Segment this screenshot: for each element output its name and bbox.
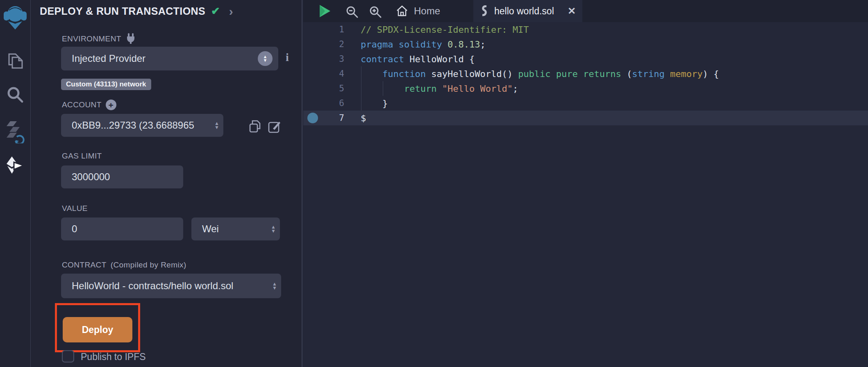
code-lines[interactable]: 1// SPDX-License-Identifier: MIT2pragma …	[303, 22, 868, 125]
tab-home-label: Home	[414, 5, 440, 17]
code-editor[interactable]: Home hello world.sol ✕ 1// SPDX-License-…	[303, 0, 868, 367]
solidity-file-icon	[480, 5, 489, 17]
collapse-chevron-icon[interactable]: ›	[229, 7, 233, 16]
value-label: VALUE	[62, 204, 88, 213]
environment-select[interactable]: Injected Provider ▲▼	[61, 47, 278, 70]
line-number: 7	[322, 113, 344, 123]
account-label-row: ACCOUNT +	[62, 100, 116, 110]
code-token: public	[518, 69, 550, 79]
code-line-6[interactable]: 6 }	[303, 96, 868, 111]
home-icon	[396, 5, 408, 17]
code-token	[578, 69, 583, 79]
contract-sublabel: (Compiled by Remix)	[111, 261, 186, 270]
environment-value: Injected Provider	[72, 53, 145, 64]
edit-account-icon[interactable]	[268, 120, 282, 134]
environment-info-icon[interactable]: i	[286, 51, 289, 64]
icon-rail	[0, 0, 31, 367]
panel-title-row: DEPLOY & RUN TRANSACTIONS ✔ ›	[40, 5, 233, 18]
code-text: contract HelloWorld {	[344, 54, 475, 64]
code-token: ;	[513, 84, 518, 94]
close-tab-icon[interactable]: ✕	[568, 5, 576, 17]
value-input[interactable]: 0	[61, 217, 183, 240]
code-token	[442, 39, 448, 50]
value-unit: Wei	[202, 223, 219, 235]
code-line-4[interactable]: 4 function sayHelloWorld() public pure r…	[303, 66, 868, 81]
indent-guide	[383, 81, 383, 96]
code-token: $	[361, 113, 366, 123]
contract-select-arrows-icon[interactable]: ▲▼	[272, 282, 277, 290]
code-token	[361, 69, 382, 79]
account-select-arrows-icon[interactable]: ▲▼	[214, 121, 219, 129]
publish-ipfs-checkbox[interactable]	[62, 350, 74, 362]
code-token: return	[404, 84, 436, 94]
code-token	[665, 69, 670, 79]
gas-limit-value: 3000000	[72, 171, 110, 183]
tab-hello-world-sol[interactable]: hello world.sol ✕	[473, 0, 582, 22]
indent-guide	[361, 66, 361, 111]
unit-select-arrows-icon[interactable]: ▲▼	[271, 225, 276, 233]
code-text: // SPDX-License-Identifier: MIT	[344, 25, 529, 35]
remix-logo-icon[interactable]	[0, 4, 30, 31]
contract-label-row: CONTRACT (Compiled by Remix)	[62, 261, 186, 270]
code-token	[551, 69, 556, 79]
value-unit-select[interactable]: Wei ▲▼	[191, 217, 280, 240]
account-select[interactable]: 0xBB9...29733 (23.6688965 ▲▼	[61, 114, 223, 137]
code-token: (	[621, 69, 632, 79]
environment-label-row: ENVIRONMENT	[62, 33, 136, 45]
code-token	[436, 84, 442, 94]
code-token: returns	[583, 69, 621, 79]
publish-ipfs-label[interactable]: Publish to IPFS	[81, 351, 146, 362]
deploy-run-icon[interactable]	[0, 156, 30, 175]
environment-select-arrows-icon[interactable]: ▲▼	[258, 51, 273, 66]
success-check-icon: ✔	[211, 5, 220, 18]
breakpoint-margin[interactable]	[303, 113, 322, 123]
contract-select[interactable]: HelloWorld - contracts/hello world.sol ▲…	[61, 274, 281, 298]
code-text: function sayHelloWorld() public pure ret…	[344, 69, 719, 79]
tab-file-label: hello world.sol	[494, 6, 562, 17]
gas-limit-input[interactable]: 3000000	[61, 165, 183, 188]
code-token: HelloWorld {	[404, 54, 475, 64]
search-icon[interactable]	[0, 85, 30, 104]
run-script-icon[interactable]	[317, 4, 332, 18]
code-text: return "Hello World";	[344, 84, 518, 94]
line-number: 1	[322, 25, 344, 34]
line-number: 3	[322, 54, 344, 64]
contract-value: HelloWorld - contracts/hello world.sol	[72, 280, 233, 292]
contract-label: CONTRACT	[62, 261, 107, 270]
code-line-5[interactable]: 5 return "Hello World";	[303, 81, 868, 96]
code-token: ) {	[703, 69, 719, 79]
code-token: 0.8.13	[448, 39, 480, 50]
copy-account-icon[interactable]	[248, 120, 262, 134]
code-token: function	[382, 69, 426, 79]
file-explorer-icon[interactable]	[0, 52, 30, 70]
code-text: $	[344, 113, 366, 123]
code-token	[393, 39, 398, 50]
account-value: 0xBB9...29733 (23.6688965	[72, 120, 194, 131]
code-token: solidity	[399, 39, 442, 50]
environment-label: ENVIRONMENT	[62, 34, 121, 43]
tab-home[interactable]: Home	[389, 0, 448, 22]
code-token: pragma	[361, 39, 393, 50]
solidity-compiler-icon[interactable]	[0, 120, 30, 143]
code-line-2[interactable]: 2pragma solidity 0.8.13;	[303, 37, 868, 52]
value-amount: 0	[72, 223, 77, 235]
add-account-icon[interactable]: +	[106, 100, 116, 110]
zoom-in-icon[interactable]	[369, 5, 382, 18]
deploy-button[interactable]: Deploy	[63, 317, 132, 342]
code-token: "Hello World"	[442, 84, 513, 94]
code-line-7[interactable]: 7$	[303, 111, 868, 125]
zoom-out-icon[interactable]	[345, 5, 359, 18]
breakpoint-dot[interactable]	[307, 113, 318, 123]
code-token: contract	[361, 54, 404, 64]
network-badge: Custom (43113) network	[61, 79, 151, 90]
line-number: 5	[322, 84, 344, 93]
code-token: pure	[556, 69, 578, 79]
code-token: ;	[480, 39, 485, 50]
code-text: pragma solidity 0.8.13;	[344, 39, 486, 50]
panel-title: DEPLOY & RUN TRANSACTIONS	[40, 5, 205, 17]
line-number: 4	[322, 69, 344, 79]
plug-icon	[125, 33, 136, 45]
code-line-1[interactable]: 1// SPDX-License-Identifier: MIT	[303, 22, 868, 37]
deploy-run-panel: DEPLOY & RUN TRANSACTIONS ✔ › ENVIRONMEN…	[31, 0, 302, 367]
code-line-3[interactable]: 3contract HelloWorld {	[303, 52, 868, 66]
